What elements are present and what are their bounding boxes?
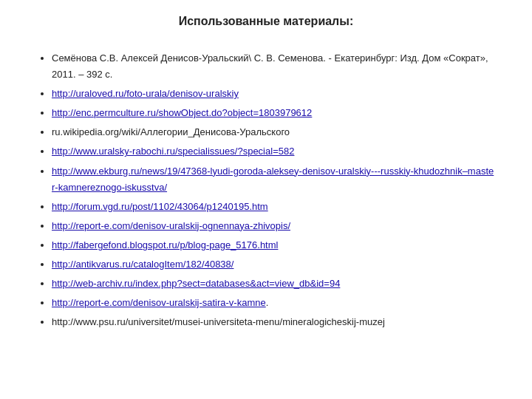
- list-item-link[interactable]: http://report-e.com/denisov-uralskij-ogn…: [52, 220, 290, 231]
- list-item-link[interactable]: http://enc.permculture.ru/showObject.do?…: [52, 107, 312, 118]
- list-item-link[interactable]: http://antikvarus.ru/catalogItem/182/408…: [52, 259, 233, 270]
- list-item: http://antikvarus.ru/catalogItem/182/408…: [52, 256, 502, 273]
- list-item-link[interactable]: http://uraloved.ru/foto-urala/denisov-ur…: [52, 88, 239, 99]
- list-item-text: Семёнова С.В. Алексей Денисов-Уральский\…: [52, 52, 488, 80]
- list-item: http://fabergefond.blogspot.ru/p/blog-pa…: [52, 237, 502, 253]
- list-item-link[interactable]: http://fabergefond.blogspot.ru/p/blog-pa…: [52, 239, 278, 250]
- list-item: http://uraloved.ru/foto-urala/denisov-ur…: [52, 86, 502, 102]
- list-item: http://forum.vgd.ru/post/1102/43064/p124…: [52, 199, 502, 215]
- list-item: Семёнова С.В. Алексей Денисов-Уральский\…: [52, 50, 502, 83]
- list-item: http://www.ekburg.ru/news/19/47368-lyudi…: [52, 163, 502, 196]
- list-item-link[interactable]: http://web-archiv.ru/index.php?sect=data…: [52, 278, 340, 289]
- list-item-link[interactable]: http://www.uralsky-rabochi.ru/specialiss…: [52, 146, 294, 157]
- list-item: http://enc.permculture.ru/showObject.do?…: [52, 105, 502, 121]
- list-item: http://report-e.com/denisov-uralskij-ogn…: [52, 218, 502, 234]
- list-item: http://report-e.com/denisov-uralskij-sat…: [52, 295, 502, 311]
- list-item: http://www.psu.ru/universitet/musei-univ…: [52, 314, 502, 330]
- page-title: Использованные материалы:: [30, 15, 502, 28]
- list-item: ru.wikipedia.org/wiki/Аллегории_Денисова…: [52, 124, 502, 140]
- list-item-text: http://www.psu.ru/universitet/musei-univ…: [52, 316, 385, 327]
- list-item: http://www.uralsky-rabochi.ru/specialiss…: [52, 143, 502, 160]
- list-item-text: ru.wikipedia.org/wiki/Аллегории_Денисова…: [52, 126, 290, 137]
- materials-list: Семёнова С.В. Алексей Денисов-Уральский\…: [30, 50, 502, 330]
- list-item: http://web-archiv.ru/index.php?sect=data…: [52, 276, 502, 292]
- list-item-link[interactable]: http://forum.vgd.ru/post/1102/43064/p124…: [52, 201, 268, 212]
- list-item-link[interactable]: http://www.ekburg.ru/news/19/47368-lyudi…: [52, 166, 494, 193]
- list-item-link[interactable]: http://report-e.com/denisov-uralskij-sat…: [52, 297, 266, 308]
